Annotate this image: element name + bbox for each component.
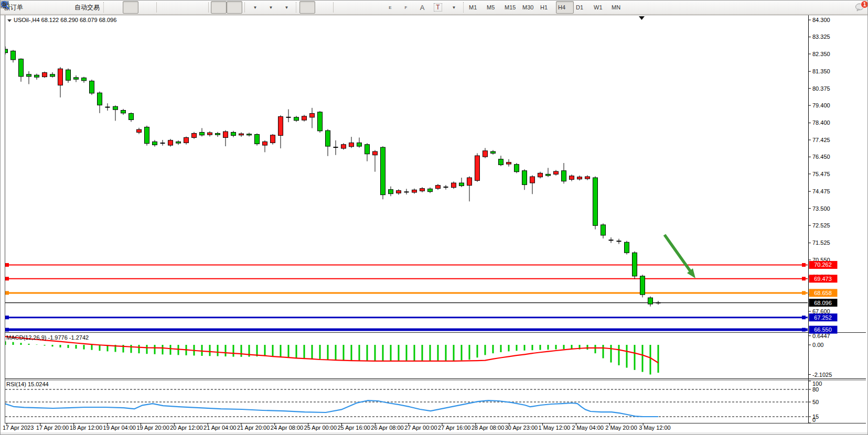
up-candle[interactable] bbox=[577, 177, 582, 179]
auto-scroll-button[interactable] bbox=[211, 1, 227, 14]
timeframe-button-H4[interactable]: H4 bbox=[556, 1, 574, 14]
up-candle[interactable] bbox=[412, 190, 417, 192]
down-candle[interactable] bbox=[27, 74, 31, 77]
autotrade-button[interactable]: 自动交易 bbox=[72, 1, 102, 14]
up-candle[interactable] bbox=[184, 137, 189, 143]
down-candle[interactable] bbox=[365, 145, 370, 154]
timeframe-button-M30[interactable]: M30 bbox=[520, 1, 538, 14]
level-handle[interactable] bbox=[5, 291, 9, 295]
down-candle[interactable] bbox=[231, 132, 236, 135]
up-candle[interactable] bbox=[436, 186, 441, 189]
down-candle[interactable] bbox=[35, 75, 39, 77]
bar-chart-type-button[interactable] bbox=[107, 1, 123, 14]
down-candle[interactable] bbox=[381, 147, 385, 195]
down-candle[interactable] bbox=[11, 51, 16, 60]
crosshair-tool-button[interactable] bbox=[315, 1, 331, 14]
down-candle[interactable] bbox=[153, 142, 157, 145]
level-handle[interactable] bbox=[5, 263, 9, 267]
periods-button[interactable]: ▼ bbox=[263, 1, 278, 14]
down-candle[interactable] bbox=[357, 143, 362, 146]
up-candle[interactable] bbox=[475, 156, 480, 180]
timeframe-button-D1[interactable]: D1 bbox=[574, 1, 592, 14]
arrows-tool-button[interactable]: ▼ bbox=[446, 1, 462, 14]
line-chart-type-button[interactable] bbox=[138, 1, 154, 14]
market-watch-button[interactable] bbox=[25, 1, 41, 14]
level-handle[interactable] bbox=[802, 316, 806, 319]
down-candle[interactable] bbox=[176, 142, 181, 143]
up-candle[interactable] bbox=[302, 116, 307, 120]
text-tool-button[interactable]: A bbox=[414, 1, 430, 14]
annotation-arrow-shaft[interactable] bbox=[665, 235, 690, 271]
down-candle[interactable] bbox=[522, 171, 527, 185]
up-candle[interactable] bbox=[263, 142, 267, 145]
up-candle[interactable] bbox=[452, 183, 456, 188]
down-candle[interactable] bbox=[562, 171, 566, 181]
up-candle[interactable] bbox=[137, 129, 142, 132]
up-candle[interactable] bbox=[239, 134, 244, 135]
up-candle[interactable] bbox=[223, 132, 228, 137]
level-handle[interactable] bbox=[802, 277, 806, 280]
timeframe-button-M15[interactable]: M15 bbox=[502, 1, 520, 14]
up-candle[interactable] bbox=[530, 177, 535, 183]
down-candle[interactable] bbox=[491, 151, 496, 153]
down-candle[interactable] bbox=[294, 117, 299, 121]
level-handle[interactable] bbox=[802, 263, 806, 267]
down-candle[interactable] bbox=[601, 225, 606, 235]
timeframe-button-H1[interactable]: H1 bbox=[538, 1, 556, 14]
signals-button[interactable] bbox=[57, 1, 72, 14]
templates-button[interactable]: ▼ bbox=[278, 1, 294, 14]
down-candle[interactable] bbox=[200, 132, 205, 135]
up-candle[interactable] bbox=[192, 133, 197, 137]
horizontal-line-tool-button[interactable] bbox=[351, 1, 367, 14]
text-label-tool-button[interactable]: T bbox=[430, 1, 446, 14]
down-candle[interactable] bbox=[129, 113, 134, 119]
down-candle[interactable] bbox=[90, 81, 94, 93]
down-candle[interactable] bbox=[3, 49, 8, 53]
profiles-button[interactable] bbox=[41, 1, 57, 14]
down-candle[interactable] bbox=[459, 183, 464, 186]
chart-canvas[interactable]: 84.30083.32582.35081.35080.37579.40078.4… bbox=[1, 1, 868, 435]
up-candle[interactable] bbox=[467, 178, 472, 186]
chart-shift-button[interactable] bbox=[227, 1, 242, 14]
up-candle[interactable] bbox=[278, 116, 283, 135]
vertical-line-tool-button[interactable] bbox=[336, 1, 351, 14]
up-candle[interactable] bbox=[585, 177, 590, 179]
fibonacci-tool-button[interactable]: F bbox=[399, 1, 414, 14]
down-candle[interactable] bbox=[19, 59, 24, 77]
level-handle[interactable] bbox=[5, 316, 9, 319]
up-candle[interactable] bbox=[208, 133, 212, 135]
down-candle[interactable] bbox=[247, 134, 252, 135]
timeframe-button-M5[interactable]: M5 bbox=[485, 1, 502, 14]
up-candle[interactable] bbox=[554, 171, 559, 174]
up-candle[interactable] bbox=[507, 162, 511, 164]
down-candle[interactable] bbox=[499, 159, 503, 165]
tile-windows-button[interactable] bbox=[190, 1, 206, 14]
up-candle[interactable] bbox=[538, 173, 543, 177]
up-candle[interactable] bbox=[310, 113, 315, 117]
down-candle[interactable] bbox=[113, 106, 118, 110]
indicators-button[interactable]: ▼ bbox=[247, 1, 263, 14]
up-candle[interactable] bbox=[168, 140, 173, 145]
down-candle[interactable] bbox=[326, 130, 330, 146]
down-candle[interactable] bbox=[640, 276, 645, 295]
chart-title-bar[interactable]: USOil-,H4 68.122 68.290 68.079 68.096 bbox=[7, 17, 116, 23]
down-candle[interactable] bbox=[625, 242, 629, 253]
channel-tool-button[interactable]: E bbox=[383, 1, 399, 14]
down-candle[interactable] bbox=[74, 78, 79, 79]
up-candle[interactable] bbox=[42, 73, 47, 77]
search-icon[interactable] bbox=[1, 1, 10, 10]
down-candle[interactable] bbox=[546, 174, 551, 176]
level-handle[interactable] bbox=[802, 328, 806, 332]
down-candle[interactable] bbox=[593, 178, 598, 225]
down-candle[interactable] bbox=[216, 133, 220, 135]
down-candle[interactable] bbox=[318, 112, 323, 131]
down-candle[interactable] bbox=[121, 110, 126, 113]
up-candle[interactable] bbox=[373, 151, 378, 155]
timeframe-button-W1[interactable]: W1 bbox=[592, 1, 609, 14]
chart-shift-marker[interactable] bbox=[639, 16, 645, 20]
level-handle[interactable] bbox=[802, 291, 806, 295]
down-candle[interactable] bbox=[50, 74, 55, 77]
down-candle[interactable] bbox=[648, 298, 653, 304]
level-handle[interactable] bbox=[5, 277, 9, 280]
down-candle[interactable] bbox=[145, 127, 149, 143]
